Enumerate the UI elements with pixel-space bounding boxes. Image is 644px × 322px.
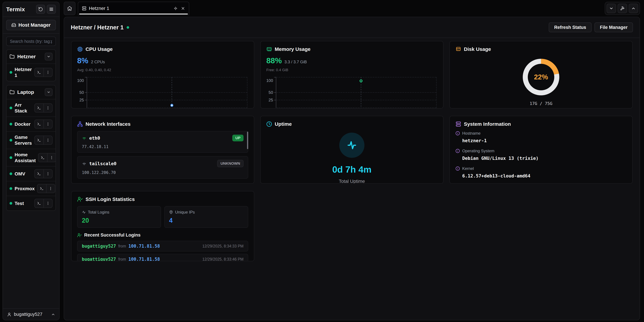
cards-grid: CPU Usage 8% 2 CPUs Avg: 0.40, 0.40, 0.4…	[64, 38, 640, 268]
online-status-dot	[126, 26, 129, 29]
home-button[interactable]	[64, 2, 76, 15]
file-manager-button[interactable]: File Manager	[594, 23, 633, 32]
terminal-button[interactable]	[35, 170, 44, 178]
sidebar-host-docker[interactable]: Docker	[6, 117, 56, 131]
kebab-menu-icon	[49, 186, 53, 191]
login-timestamp: 12/29/2025, 8:34:33 PM	[202, 244, 244, 248]
host-group-hetzner: Hetzner Hetzner 1	[6, 49, 56, 81]
app-title: Termix	[6, 6, 25, 13]
sidebar-host-hetzner-1[interactable]: Hetzner 1	[6, 64, 56, 81]
topbar-actions	[605, 2, 640, 15]
kebab-menu-icon	[46, 201, 50, 205]
host-menu-button[interactable]	[47, 153, 56, 162]
unique-ips-value: 4	[169, 217, 244, 224]
interface-row-eth0: eth0 UP 77.42.18.11	[77, 131, 248, 153]
refresh-button[interactable]	[36, 5, 45, 14]
data-point	[360, 80, 362, 82]
info-icon	[456, 149, 460, 153]
host-menu-button[interactable]	[44, 199, 52, 207]
system-label: Operating System	[462, 149, 494, 153]
collapse-down-button[interactable]	[606, 4, 616, 13]
group-collapse-button[interactable]	[45, 53, 52, 61]
sidebar-host-test[interactable]: Test	[6, 196, 56, 210]
kebab-menu-icon	[46, 70, 50, 74]
terminal-icon	[37, 70, 41, 74]
host-menu-button[interactable]	[44, 104, 52, 112]
group-header[interactable]: Hetzner	[6, 50, 56, 64]
host-menu-button[interactable]	[44, 136, 52, 144]
sidebar-host-omv[interactable]: OMV	[6, 166, 56, 181]
tab-hetzner-1[interactable]: Hetzner 1	[78, 2, 189, 15]
chevron-up-icon	[631, 6, 636, 11]
host-menu-button[interactable]	[44, 68, 52, 77]
host-status-dot	[10, 139, 12, 142]
group-collapse-button[interactable]	[45, 88, 52, 96]
login-user: bugattiguy527	[82, 244, 116, 249]
host-groups: Hetzner Hetzner 1	[3, 48, 59, 308]
terminal-button[interactable]	[35, 136, 44, 144]
sidebar-host-proxmox[interactable]: Proxmox	[6, 181, 56, 196]
uptime-card: Uptime 0d 7h 4m Total Uptime 25,496 seco…	[260, 116, 444, 184]
host-status-dot	[10, 156, 12, 159]
sidebar-host-home-assistant[interactable]: Home Assistant	[6, 149, 56, 166]
activity-pulse-icon	[346, 140, 358, 151]
host-name: Test	[14, 200, 32, 206]
collapse-up-button[interactable]	[629, 4, 638, 13]
system-row-hostname: Hostname hetzner-1	[456, 131, 626, 143]
terminal-icon	[37, 122, 41, 126]
host-actions	[34, 199, 52, 208]
network-icon	[77, 121, 83, 127]
memory-free: Free: 0.4 GiB	[266, 68, 438, 72]
terminal-button[interactable]	[35, 104, 44, 112]
kebab-menu-icon	[46, 122, 50, 126]
terminal-button[interactable]	[35, 68, 44, 77]
host-manager-button[interactable]: Host Manager	[6, 20, 56, 30]
search-input[interactable]	[6, 37, 56, 46]
host-menu-button[interactable]	[44, 120, 52, 128]
user-icon	[7, 312, 12, 317]
ssh-login-statistics-card: SSH Login Statistics Total Logins 20	[71, 191, 254, 261]
close-tab-icon[interactable]	[181, 6, 185, 11]
tab-bar: Hetzner 1	[64, 2, 640, 15]
host-menu-button[interactable]	[44, 170, 52, 178]
rotate-ccw-icon	[38, 7, 43, 12]
terminal-button[interactable]	[38, 184, 46, 193]
clock-icon	[266, 121, 272, 127]
terminal-button[interactable]	[35, 120, 44, 128]
tools-button[interactable]	[618, 4, 627, 13]
info-icon	[456, 131, 460, 136]
terminal-icon	[37, 172, 41, 176]
terminal-icon	[40, 186, 44, 191]
system-information-card: System Information Hostname hetzner-1 Op…	[450, 116, 632, 184]
split-view-icon[interactable]	[174, 6, 178, 11]
group-header[interactable]: Laptop	[6, 85, 56, 99]
refresh-status-button[interactable]: Refresh Status	[549, 23, 592, 32]
terminal-button[interactable]	[35, 199, 44, 207]
kebab-menu-icon	[50, 156, 54, 160]
host-actions	[37, 184, 55, 193]
host-menu-button[interactable]	[46, 184, 55, 193]
system-row-os: Operating System Debian GNU/Linux 13 (tr…	[456, 149, 626, 161]
sidebar-host-game-servers[interactable]: Game Servers	[6, 131, 56, 149]
sidebar-header: Termix	[3, 2, 59, 17]
host-name: Hetzner 1	[14, 67, 32, 78]
card-title: Uptime	[275, 121, 292, 127]
y-tick-100: 100	[266, 78, 273, 83]
chevron-down-icon	[47, 55, 50, 59]
status-badge-unknown: UNKNOWN	[217, 160, 244, 167]
scrollbar-thumb[interactable]	[247, 132, 248, 149]
interface-name: eth0	[89, 136, 100, 141]
login-timestamp: 12/29/2025, 8:33:46 PM	[202, 257, 244, 261]
host-status-dot	[10, 107, 12, 109]
search-section	[3, 34, 59, 48]
chevron-down-icon	[609, 6, 614, 11]
interface-row-tailscale0: tailscale0 UNKNOWN 100.122.206.70	[77, 156, 248, 179]
disk-detail: 17G / 75G	[530, 101, 552, 106]
user-menu[interactable]: bugattiguy527	[3, 308, 59, 320]
info-icon	[456, 166, 460, 171]
terminal-button[interactable]	[38, 153, 47, 162]
cpu-percent: 8%	[77, 56, 88, 65]
menu-button[interactable]	[47, 5, 56, 14]
sidebar-host-arr-stack[interactable]: Arr Stack	[6, 99, 56, 117]
login-user: bugattiguy527	[82, 257, 116, 261]
